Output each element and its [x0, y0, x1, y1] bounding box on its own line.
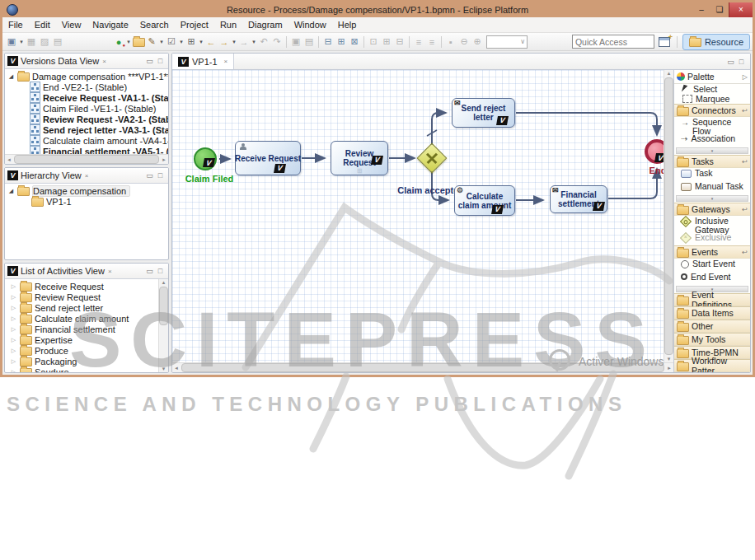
hierarchy-view-maximize-icon[interactable]: □	[155, 171, 166, 180]
expander-icon[interactable]: ▷	[10, 305, 17, 311]
drawer-pin-icon[interactable]: ↩	[742, 249, 748, 256]
hscroll-thumb[interactable]	[14, 155, 159, 164]
print-icon[interactable]: ▤	[51, 35, 64, 49]
scroll-right-icon[interactable]: ▸	[160, 156, 168, 163]
layout-tree-icon[interactable]: ⊟	[321, 35, 335, 49]
palette-drawer-other[interactable]: Other	[674, 320, 750, 333]
hierarchy-view-minimize-icon[interactable]: ▭	[144, 171, 155, 180]
palette-item-association[interactable]: ⇢ Association	[674, 133, 750, 147]
palette-item-end-event[interactable]: End Event	[674, 272, 750, 285]
menu-search[interactable]: Search	[134, 17, 175, 32]
expander-icon[interactable]: ▷	[10, 358, 17, 365]
tree-row[interactable]: ▷Receive Request	[5, 281, 158, 292]
editor-vscrollbar[interactable]: ▴ ▾	[664, 70, 673, 362]
diagram-canvas[interactable]: V Claim Filed Receive Request V	[172, 70, 664, 362]
drawer-pin-icon[interactable]: ↩	[742, 107, 748, 114]
forward-caret-icon[interactable]: ▾	[231, 35, 237, 49]
activities-view-header[interactable]: V List of Activities View × ▭ □	[5, 264, 168, 279]
vscroll-thumb[interactable]	[159, 287, 168, 325]
editor-maximize-icon[interactable]: □	[736, 58, 747, 66]
layout-radial-icon[interactable]: ⊞	[335, 35, 348, 49]
undo-icon[interactable]: ↶	[257, 35, 270, 49]
tree-row[interactable]: ▷Produce	[5, 345, 158, 356]
tree-row[interactable]: ▷Review Request	[5, 292, 158, 302]
palette-header[interactable]: Palette ▷	[674, 70, 750, 84]
open-folder-icon[interactable]	[132, 35, 145, 49]
task-send-reject-letter[interactable]: ✉ Send reject letter V	[452, 98, 515, 128]
menu-view[interactable]: View	[56, 17, 87, 32]
scroll-right-icon[interactable]: ▸	[665, 365, 673, 371]
zoom-in-icon[interactable]: ⊕	[471, 35, 484, 49]
menu-file[interactable]: File	[2, 17, 29, 32]
align-h-icon[interactable]: ≡	[412, 35, 425, 49]
menu-help[interactable]: Help	[332, 17, 363, 32]
paste-icon[interactable]: ▤	[302, 35, 316, 49]
new-diagram-icon[interactable]: ⊞	[185, 35, 198, 49]
menu-window[interactable]: Window	[288, 17, 332, 32]
scroll-down-icon[interactable]: ▾	[162, 366, 166, 372]
save-icon[interactable]: ▦	[25, 35, 38, 49]
palette-item-manual-task[interactable]: Manual Task	[674, 181, 750, 194]
tree-row[interactable]: Claim Filed -VE1-1- (Stable)	[5, 103, 168, 114]
expander-icon[interactable]: ▷	[10, 337, 17, 343]
align-v-icon[interactable]: ≡	[425, 35, 438, 49]
palette-collapse-icon[interactable]: ▷	[743, 73, 748, 81]
tree-row[interactable]: ▷Expertise	[5, 334, 158, 345]
versions-view-close-icon[interactable]: ×	[102, 58, 106, 65]
commit-caret-icon[interactable]: ▾	[125, 35, 132, 49]
hierarchy-view-close-icon[interactable]: ×	[85, 172, 89, 180]
titlebar[interactable]: Resource - Process/Damage compensation/V…	[2, 2, 753, 17]
scroll-up-icon[interactable]: ▴	[162, 279, 166, 286]
forward-icon[interactable]: →	[218, 35, 231, 49]
menu-edit[interactable]: Edit	[29, 17, 56, 32]
palette-item-start-event[interactable]: Start Event	[674, 259, 750, 272]
font-size-icon[interactable]: ▪	[444, 35, 457, 49]
task-calculate-claim-amount[interactable]: ⚙ Calculate claim amount V	[454, 185, 515, 216]
new-wizard-icon[interactable]: ▣	[5, 35, 18, 49]
palette-scroll-hint[interactable]: ▾	[676, 147, 748, 154]
validate-caret-icon[interactable]: ▾	[178, 35, 185, 49]
versions-view-minimize-icon[interactable]: ▭	[144, 57, 155, 65]
tree-row[interactable]: VP1-1	[5, 196, 168, 207]
drawer-pin-icon[interactable]: ↩	[742, 206, 748, 213]
group-remove-icon[interactable]: ⊞	[380, 35, 393, 49]
palette-item-exclusive-gateway[interactable]: Exclusive	[674, 232, 750, 245]
expander-icon[interactable]: ◢	[7, 188, 15, 194]
layout-grid-icon[interactable]: ⊠	[348, 35, 361, 49]
tree-row[interactable]: ▷Send reject letter	[5, 302, 158, 313]
scroll-down-icon[interactable]: ▾	[668, 356, 671, 362]
back-icon[interactable]: ←	[204, 35, 218, 49]
menu-run[interactable]: Run	[214, 17, 242, 32]
drawer-pin-icon[interactable]: ↩	[742, 158, 748, 166]
editor-tab-close-icon[interactable]: ×	[224, 58, 228, 65]
group-add-icon[interactable]: ⊡	[367, 35, 380, 49]
editor-hscrollbar[interactable]: ◂ ▸	[172, 362, 673, 372]
task-review-request[interactable]: Review Request V ⊞	[331, 141, 388, 175]
tree-row[interactable]: Send reject letter -VA3-1- (Stable)	[5, 124, 168, 135]
zoom-level-select[interactable]: ∨	[486, 35, 528, 49]
hierarchy-view-header[interactable]: V Hierarchy View × ▭ □	[5, 168, 168, 184]
tree-row[interactable]: ▷Soudure	[5, 366, 158, 372]
brush-caret-icon[interactable]: ▾	[158, 35, 165, 49]
save-all-icon[interactable]: ▨	[38, 35, 51, 49]
palette-scroll-hint[interactable]: ▾	[676, 195, 748, 202]
tree-row[interactable]: Receive Request -VA1-1- (Stable)	[5, 92, 168, 103]
palette-drawer-workflow-patterns[interactable]: Workflow Patter...	[674, 359, 750, 372]
menu-navigate[interactable]: Navigate	[87, 17, 134, 32]
palette-item-task[interactable]: Task	[674, 168, 750, 181]
activities-view-maximize-icon[interactable]: □	[155, 267, 166, 275]
palette-drawer-tasks[interactable]: Tasks ↩	[674, 155, 750, 168]
hscroll-thumb[interactable]	[181, 363, 664, 372]
expander-icon[interactable]: ▷	[10, 294, 17, 301]
scroll-left-icon[interactable]: ◂	[5, 156, 13, 163]
task-financial-settlement[interactable]: ✉ Financial settlement V	[550, 185, 607, 213]
group-edit-icon[interactable]: ⊟	[393, 35, 406, 49]
next-annotation-caret-icon[interactable]: ▾	[251, 35, 257, 49]
tree-row[interactable]: ▷Financial settlement	[5, 324, 158, 334]
versions-hscrollbar[interactable]: ◂ ▸	[5, 154, 168, 164]
commit-version-icon[interactable]: ●●	[112, 35, 125, 49]
expander-icon[interactable]: ▷	[10, 315, 17, 322]
task-receive-request[interactable]: Receive Request V	[235, 141, 301, 175]
palette-tool-select[interactable]: Select	[674, 84, 750, 94]
vscroll-thumb[interactable]	[664, 77, 673, 355]
